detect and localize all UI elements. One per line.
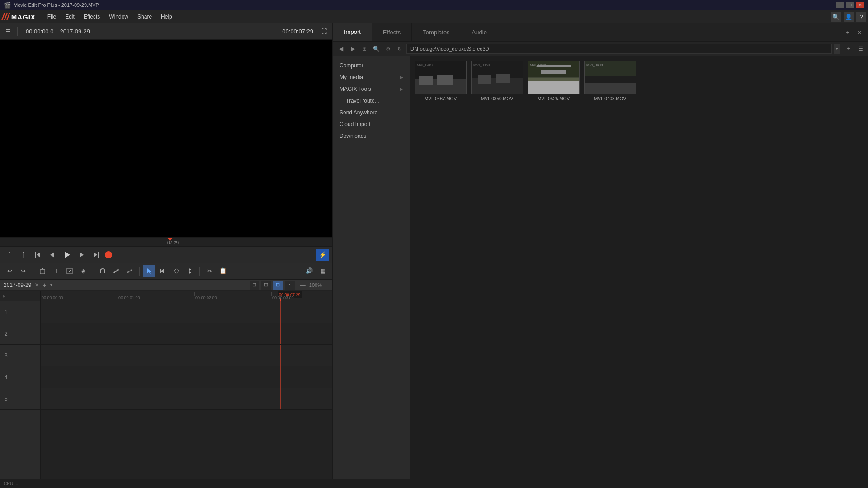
timeline-add-arrow[interactable]: ▾	[50, 282, 52, 287]
trim-left-button[interactable]	[157, 265, 169, 277]
next-frame-button[interactable]	[76, 249, 87, 260]
title-bar-text: Movie Edit Pro Plus - 2017-09-29.MVP	[14, 2, 99, 8]
menu-item-edit[interactable]: Edit	[61, 12, 79, 22]
help-icon[interactable]: ?	[856, 12, 866, 22]
tab-import[interactable]: Import	[333, 23, 372, 41]
close-button[interactable]: ✕	[856, 2, 864, 8]
search-icon[interactable]: 🔍	[831, 12, 841, 22]
cpu-label: CPU: ...	[4, 481, 19, 486]
out-point-button[interactable]: ]	[18, 249, 29, 260]
path-display: D:\Footage\Video_deluxe\Stereo3D	[406, 44, 832, 54]
nav-forward-button[interactable]: ▶	[348, 44, 358, 54]
nav-item-magix-tools[interactable]: MAGIX Tools ▶	[333, 83, 410, 95]
nav-item-computer[interactable]: Computer	[333, 60, 410, 71]
magnetic-button[interactable]	[97, 265, 108, 277]
timeline-view-timeline[interactable]: ⊟	[273, 281, 283, 290]
timeline-view-options[interactable]: ⋮	[285, 281, 295, 290]
side-nav: Computer My media ▶ MAGIX Tools ▶ Travel…	[333, 56, 410, 488]
timeline-area: ▶ 1 2 3 4 5 00:00:07:29 00:00:00:0000:00…	[0, 291, 332, 488]
media-item-3[interactable]: MVI_0525.MOV	[528, 61, 580, 101]
lightning-button[interactable]: ⚡	[316, 249, 329, 261]
timeline-add-button[interactable]: +	[42, 282, 46, 289]
menu-item-file[interactable]: File	[43, 12, 61, 22]
panel-close-icon[interactable]: ✕	[854, 28, 864, 38]
right-panel-content: Computer My media ▶ MAGIX Tools ▶ Travel…	[333, 56, 868, 488]
maximize-button[interactable]: □	[846, 2, 854, 8]
delete-button[interactable]	[37, 265, 48, 277]
in-point-button[interactable]: [	[4, 249, 14, 260]
nav-item-downloads[interactable]: Downloads	[333, 130, 410, 142]
nav-item-cloud-import[interactable]: Cloud Import	[333, 118, 410, 130]
nav-item-send-anywhere[interactable]: Send Anywhere	[333, 107, 410, 118]
fullscreen-icon[interactable]: ⛶	[320, 27, 329, 36]
track-row-2	[41, 323, 332, 345]
tab-audio[interactable]: Audio	[461, 23, 498, 41]
scrubber-time: 07:29	[167, 240, 179, 245]
record-button[interactable]	[105, 251, 112, 258]
next-keyframe-button[interactable]	[90, 249, 101, 260]
timeline-zoom-in[interactable]: +	[326, 282, 329, 288]
menu-item-share[interactable]: Share	[133, 12, 156, 22]
svg-marker-3	[65, 252, 70, 258]
track-size-button[interactable]	[184, 265, 196, 277]
refresh-button[interactable]: ↻	[395, 44, 405, 54]
play-button[interactable]	[61, 249, 72, 260]
timeline-zoom-out[interactable]: —	[300, 282, 306, 288]
media-item-2[interactable]: MVI_0350.MOV	[471, 61, 523, 101]
track-label-header: ▶	[0, 291, 40, 301]
nav-item-my-media[interactable]: My media ▶	[333, 71, 410, 83]
path-dropdown[interactable]: ▾	[834, 44, 840, 54]
tab-effects[interactable]: Effects	[372, 23, 412, 41]
minimize-button[interactable]: —	[836, 2, 844, 8]
magix-logo: /// MAGIX	[2, 12, 36, 22]
split-button[interactable]	[170, 265, 182, 277]
prev-frame-button[interactable]	[47, 249, 58, 260]
panel-add-icon[interactable]: +	[843, 28, 853, 38]
settings-button[interactable]: ⚙	[383, 44, 393, 54]
undo-button[interactable]: ↩	[4, 265, 15, 277]
nav-back-button[interactable]: ◀	[336, 44, 346, 54]
timeline-ruler[interactable]: 00:00:07:29 00:00:00:0000:00:01:0000:00:…	[41, 291, 332, 301]
menu-item-effects[interactable]: Effects	[79, 12, 104, 22]
media-item-4[interactable]: MVI_0408.MOV	[584, 61, 636, 101]
timeline-view-grid[interactable]: ⊞	[261, 281, 271, 290]
grid-button[interactable]: ▦	[317, 265, 329, 277]
placeholder-button[interactable]	[64, 265, 75, 277]
track-row-4	[41, 366, 332, 388]
track-label-5: 5	[0, 388, 40, 410]
media-name-3: MVI_0525.MOV	[538, 96, 570, 101]
preview-area	[0, 40, 332, 237]
svg-marker-20	[161, 269, 164, 273]
link-button[interactable]	[110, 265, 122, 277]
tools-separator-2	[93, 267, 93, 276]
redo-button[interactable]: ↪	[17, 265, 29, 277]
paste-button[interactable]: 📋	[217, 265, 229, 277]
scrubber-bar[interactable]: 07:29	[0, 237, 332, 246]
profile-icon[interactable]: 👤	[844, 12, 854, 22]
media-item-1[interactable]: MVI_0467.MOV	[415, 61, 467, 101]
media-grid: MVI_0467.MOV MVI_0350.MOV MVI_0525.MOV	[410, 56, 868, 488]
text-button[interactable]: T	[50, 265, 62, 277]
unlink-button[interactable]	[124, 265, 136, 277]
view-toggle-button[interactable]: ⊞	[359, 44, 369, 54]
svg-marker-2	[50, 252, 54, 258]
preview-date: 2017-09-29	[60, 28, 90, 35]
cut-button[interactable]: ✂	[203, 265, 215, 277]
title-bar: 🎬 Movie Edit Pro Plus - 2017-09-29.MVP —…	[0, 0, 868, 10]
tab-templates[interactable]: Templates	[412, 23, 461, 41]
panel-options-button[interactable]: ☰	[855, 44, 865, 54]
snap-icon[interactable]: ◈	[77, 265, 89, 277]
cursor-tool-button[interactable]	[143, 265, 155, 277]
menu-item-window[interactable]: Window	[104, 12, 133, 22]
media-thumb-1	[415, 61, 467, 94]
timeline-close-button[interactable]: ✕	[35, 282, 39, 288]
volume-button[interactable]: 🔊	[303, 265, 315, 277]
add-to-panel-button[interactable]: +	[844, 44, 854, 54]
timeline-view-storyboard[interactable]: ⊟	[250, 281, 259, 290]
search-button[interactable]: 🔍	[371, 44, 381, 54]
prev-keyframe-button[interactable]	[33, 249, 43, 260]
menu-toggle-icon[interactable]: ☰	[4, 27, 13, 36]
timeline-header: 2017-09-29 ✕ + ▾ ⊟ ⊞ ⊟ ⋮ — 100% +	[0, 279, 332, 291]
menu-item-help[interactable]: Help	[156, 12, 177, 22]
nav-item-travel-route[interactable]: Travel route...	[333, 95, 410, 107]
